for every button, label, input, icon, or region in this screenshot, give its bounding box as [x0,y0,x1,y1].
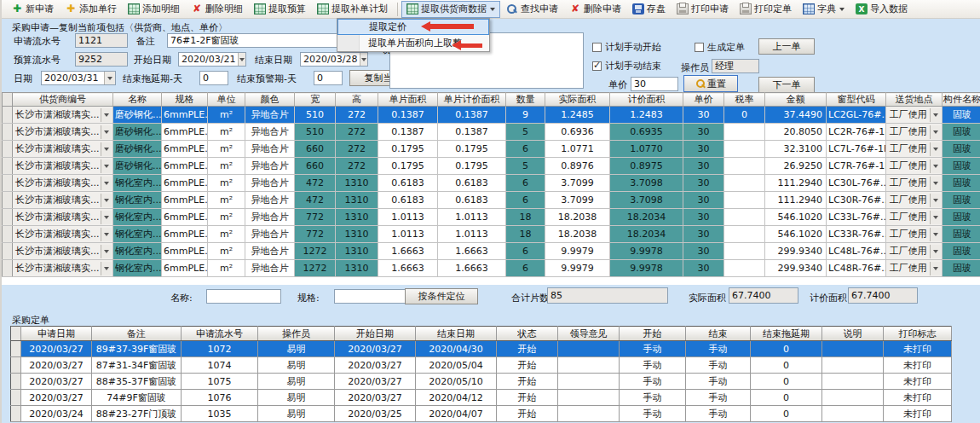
cell-piece_calc_area[interactable]: 1.6663 [438,243,506,260]
cell-piece_calc_area[interactable]: 0.6183 [438,175,506,192]
cell-end_date[interactable]: 2020/05/10 [416,374,497,390]
cell-actual_area[interactable]: 3.7099 [545,175,610,192]
delay-days-field[interactable] [199,71,228,85]
cell-apply_date[interactable]: 2020/03/24 [21,406,92,422]
cell-name[interactable]: 磨砂钢化... [113,141,162,158]
column-header-calc_area[interactable]: 计价面积 [610,93,683,107]
cell-window_code[interactable]: LC33L-76#... [827,209,886,226]
cell-note[interactable] [822,341,884,357]
cell-qty[interactable]: 18 [506,209,545,226]
cell-color[interactable]: 异地合片 [245,175,295,192]
cell-leader_opinion[interactable] [558,357,620,374]
cell-delivery[interactable]: 工厂使用 [886,175,943,192]
cell-name[interactable]: 钢化室内... [113,243,162,260]
cell-piece_calc_area[interactable]: 0.1795 [438,158,506,175]
cell-amount[interactable]: 546.1020 [765,226,827,243]
cell-amount[interactable]: 299.9340 [765,260,827,277]
cell-window_code[interactable]: LC33R-76#... [827,226,886,243]
main-table-row[interactable]: 长沙市潇湘玻璃实...钢化室内...6mmPLE...m²异地合片7721310… [3,226,980,243]
column-header-unit[interactable]: 单位 [208,93,245,107]
cell-width[interactable]: 510 [295,107,336,124]
cell-name[interactable]: 钢化室内... [113,209,162,226]
cell-actual_area[interactable]: 1.2485 [545,107,610,124]
column-header-start_date[interactable]: 开始日期 [335,327,416,341]
cell-window_code[interactable]: LC2GL-76#... [827,107,886,124]
cell-name[interactable]: 钢化室内... [113,175,162,192]
orders-table-row[interactable]: 2020/03/2787#31-34F窗固玻1074易明2020/03/2720… [11,357,952,374]
chevron-down-icon[interactable] [101,262,112,275]
cell-start[interactable]: 手动 [620,357,686,374]
cell-name[interactable]: 磨砂钢化... [113,158,162,175]
main-table-row[interactable]: 长沙市潇湘玻璃实...钢化室内...6mmPLE...m²异地合片1272131… [3,243,980,260]
cell-piece_calc_area[interactable]: 0.6183 [438,192,506,209]
cell-tax[interactable]: 0 [724,107,765,124]
column-header-tax[interactable]: 税率 [724,93,765,107]
column-header-status[interactable]: 状态 [497,327,558,341]
cell-delivery[interactable]: 工厂使用 [886,158,943,175]
cell-unit[interactable]: m² [208,175,245,192]
chevron-down-icon[interactable] [930,245,941,258]
cell-height[interactable]: 1310 [336,226,378,243]
cell-unit[interactable]: m² [208,107,245,124]
cell-calc_area[interactable]: 3.7098 [610,192,683,209]
chevron-down-icon[interactable] [101,159,112,173]
chevron-down-icon[interactable] [930,177,941,190]
cell-operator[interactable]: 易明 [258,357,335,374]
orders-table-row[interactable]: 2020/03/2774#9F窗固玻1076易明2020/03/272020/0… [11,390,952,406]
cell-leader_opinion[interactable] [558,390,620,406]
operator-field[interactable] [712,59,759,73]
column-header-leader_opinion[interactable]: 领导意见 [558,327,620,341]
cell-print_flag[interactable]: 未打印 [884,390,952,406]
column-header-apply_date[interactable]: 申请日期 [21,327,92,341]
cell-piece_area[interactable]: 0.1387 [378,124,438,141]
cell-spec[interactable]: 6mmPLE... [162,158,208,175]
cell-calc_area[interactable]: 1.0770 [610,141,683,158]
main-table-row[interactable]: 长沙市潇湘玻璃实...磨砂钢化...6mmPLE...m²异地合片6602720… [3,141,980,158]
cell-piece_area[interactable]: 1.6663 [378,243,438,260]
chevron-down-icon[interactable] [101,211,112,224]
cell-print_flag[interactable]: 未打印 [884,357,952,374]
cell-unit[interactable]: m² [208,124,245,141]
cell-window_code[interactable]: LC48R-76#... [827,260,886,277]
cell-unit_price[interactable]: 30 [683,226,724,243]
apply-no-field[interactable] [75,33,128,48]
cell-apply_date[interactable]: 2020/03/27 [21,374,92,390]
cell-delivery[interactable]: 工厂使用 [886,243,943,260]
cell-apply_no[interactable]: 1075 [182,374,258,390]
cell-calc_area[interactable]: 0.8975 [610,158,683,175]
prev-order-button[interactable]: 上一单 [758,38,815,55]
cell-spec[interactable]: 6mmPLE... [162,175,208,192]
cell-supplier[interactable]: 长沙市潇湘玻璃实... [13,192,113,209]
cell-height[interactable]: 272 [336,107,378,124]
cell-start_date[interactable]: 2020/03/27 [335,390,416,406]
manual-start-checkbox[interactable]: 计划手动开始 [592,41,661,54]
cell-note[interactable] [822,406,884,422]
cell-part[interactable]: 固玻 [943,243,980,260]
column-header-name[interactable]: 名称 [113,93,162,107]
cell-piece_area[interactable]: 1.0113 [378,209,438,226]
cell-calc_area[interactable]: 9.9978 [610,260,683,277]
cell-actual_area[interactable]: 9.9979 [545,260,610,277]
cell-part[interactable]: 固玻 [943,209,980,226]
cell-apply_date[interactable]: 2020/03/27 [21,390,92,406]
cell-end[interactable]: 手动 [686,341,751,357]
chevron-down-icon[interactable] [238,53,245,66]
cell-height[interactable]: 1310 [336,209,378,226]
cell-piece_area[interactable]: 0.1795 [378,158,438,175]
cell-supplier[interactable]: 长沙市潇湘玻璃实... [13,243,113,260]
cell-apply_no[interactable]: 1072 [182,341,258,357]
cell-piece_area[interactable]: 0.6183 [378,175,438,192]
cell-start[interactable]: 手动 [620,341,686,357]
chevron-down-icon[interactable] [101,228,112,241]
cell-spec[interactable]: 6mmPLE... [162,209,208,226]
cell-unit[interactable]: m² [208,158,245,175]
filter-name-input[interactable] [206,289,281,304]
column-header-color[interactable]: 颜色 [245,93,295,107]
orders-table-row[interactable]: 2020/03/2488#23-27F门顶玻1035易明2020/03/2520… [11,406,952,422]
chevron-down-icon[interactable] [104,72,115,84]
cell-name[interactable]: 磨砂钢化... [113,107,162,124]
cell-spec[interactable]: 6mmPLE... [162,243,208,260]
start-date-picker[interactable]: 2020/03/21 [178,52,246,67]
cell-unit_price[interactable]: 30 [683,192,724,209]
cell-width[interactable]: 472 [295,175,336,192]
